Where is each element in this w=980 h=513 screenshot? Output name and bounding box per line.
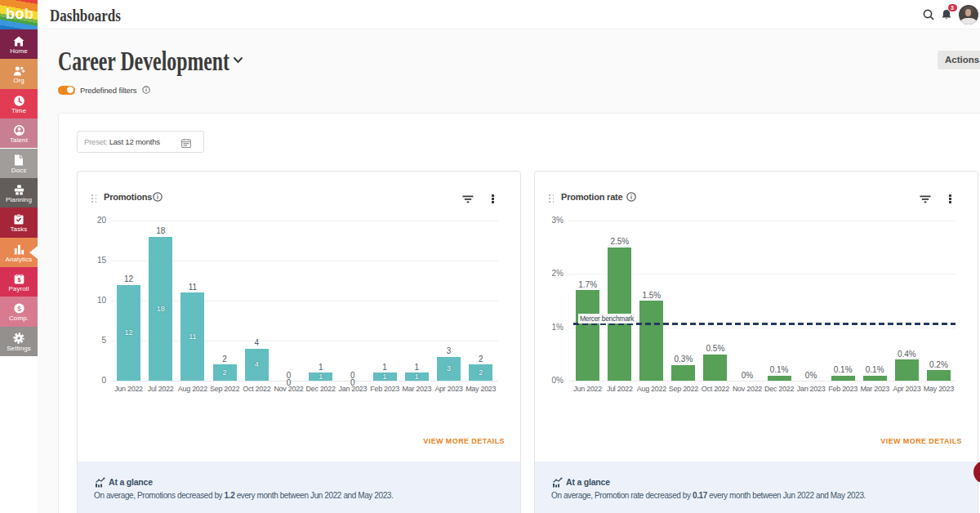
svg-text:$: $ [17, 305, 21, 313]
